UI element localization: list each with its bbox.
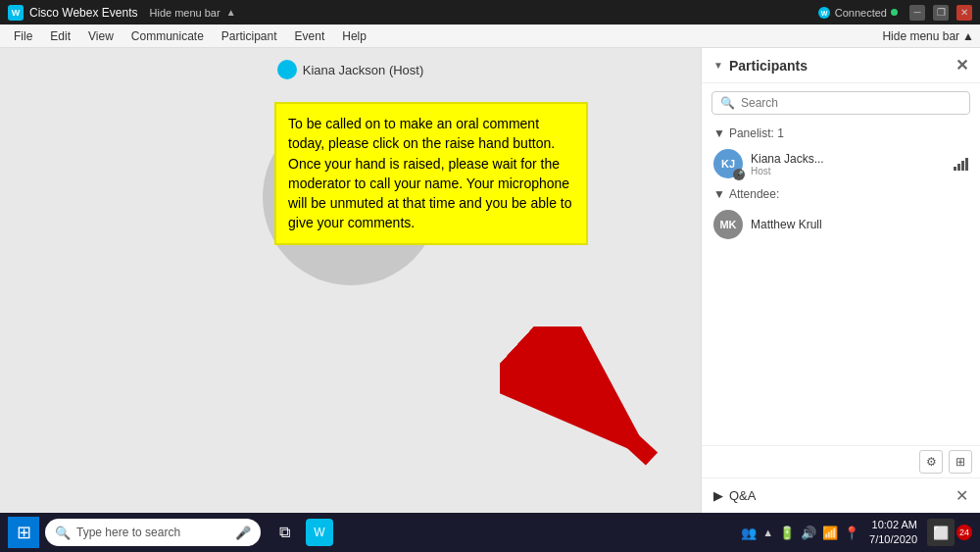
show-desktop-button[interactable]: ⬜ (927, 519, 955, 546)
panel-header: ▼ Participants ✕ (702, 48, 980, 83)
attendee-item: MK Matthew Krull (702, 205, 980, 244)
qa-chevron: ▶ (713, 488, 723, 503)
main-content: Kiana Jackson (Host) KJ To be called on … (0, 48, 980, 513)
webex-taskbar-icon[interactable]: W (306, 519, 333, 546)
close-button[interactable]: ✕ (956, 5, 972, 21)
participant-item: KJ 🎤 Kiana Jacks... Host (702, 144, 980, 183)
panel-bottom-controls: ⚙ ⊞ (702, 445, 980, 477)
annotation-box: To be called on to make an oral comment … (274, 102, 588, 245)
taskbar-search-label: Type here to search (76, 526, 180, 539)
panel-view-button[interactable]: ⊞ (949, 450, 972, 474)
app-title: Cisco Webex Events (29, 6, 138, 20)
network-icon: 👥 (741, 526, 757, 540)
connected-badge: W Connected (817, 6, 898, 20)
menu-view[interactable]: View (80, 27, 122, 45)
notification-badge: 24 (956, 525, 972, 540)
app-logo: W (8, 5, 24, 21)
task-view-button[interactable]: ⧉ (270, 519, 298, 546)
wifi-icon: 📶 (822, 526, 838, 540)
svg-line-4 (529, 346, 652, 459)
host-label: Kiana Jackson (Host) (277, 60, 424, 79)
participant-info: Kiana Jacks... Host (751, 152, 946, 176)
menu-participant[interactable]: Participant (214, 27, 285, 45)
participant-avatar: KJ 🎤 (713, 149, 743, 178)
panel-chevron-icon: ▼ (713, 60, 723, 71)
menu-bar: File Edit View Communicate Participant E… (0, 25, 980, 48)
system-tray: 👥 ▲ 🔋 🔊 📶 📍 (741, 526, 859, 540)
host-avatar-icon (277, 60, 297, 79)
connected-dot (891, 9, 898, 16)
battery-icon: 🔋 (779, 526, 795, 540)
notification-area[interactable]: ⬜ 24 (927, 519, 972, 546)
attendee-info: Matthew Krull (751, 218, 968, 231)
hide-menu-label[interactable]: Hide menu bar (150, 7, 220, 19)
minimize-button[interactable]: ─ (909, 5, 925, 21)
mic-icon: 🎤 (733, 169, 745, 180)
menu-communicate[interactable]: Communicate (123, 27, 212, 45)
menu-file[interactable]: File (6, 27, 40, 45)
panel-settings-button[interactable]: ⚙ (919, 450, 943, 474)
taskbar-search-box[interactable]: 🔍 Type here to search 🎤 (45, 519, 261, 546)
red-arrow (500, 326, 676, 483)
volume-icon: 🔊 (801, 526, 816, 540)
svg-point-2 (281, 64, 293, 75)
system-clock: 10:02 AM 7/10/2020 (869, 518, 917, 548)
svg-text:W: W (820, 10, 827, 17)
qa-close-button[interactable]: ✕ (956, 486, 968, 505)
hide-menu-chevron: ▲ (226, 7, 236, 18)
start-button[interactable]: ⊞ (8, 517, 39, 548)
menu-help[interactable]: Help (334, 27, 374, 45)
signal-icon (954, 157, 968, 171)
search-box[interactable]: 🔍 (711, 91, 970, 115)
attendee-chevron: ▼ (713, 187, 725, 201)
window-controls[interactable]: ─ ❐ ✕ (909, 5, 972, 21)
taskbar: ⊞ 🔍 Type here to search 🎤 ⧉ W 👥 ▲ 🔋 🔊 📶 … (0, 513, 980, 552)
panelist-chevron: ▼ (713, 126, 725, 140)
menu-edit[interactable]: Edit (42, 27, 78, 45)
taskbar-right: 👥 ▲ 🔋 🔊 📶 📍 10:02 AM 7/10/2020 ⬜ 24 (741, 518, 972, 548)
attendee-avatar: MK (713, 210, 743, 239)
chevron-up-icon: ▲ (962, 29, 974, 43)
taskbar-icons: ⧉ W (270, 519, 333, 546)
chevron-tray-icon: ▲ (762, 527, 773, 538)
panel-title: Participants (729, 58, 808, 74)
location-icon: 📍 (844, 526, 859, 540)
panelist-section-label: ▼ Panelist: 1 (702, 123, 980, 144)
search-icon: 🔍 (720, 96, 735, 110)
attendee-section-label: ▼ Attendee: (702, 183, 980, 205)
panel-close-button[interactable]: ✕ (956, 56, 968, 75)
panel-spacer (702, 244, 980, 445)
title-bar: W Cisco Webex Events Hide menu bar ▲ W C… (0, 0, 980, 25)
search-input[interactable] (741, 96, 961, 110)
menu-event[interactable]: Event (287, 27, 333, 45)
mic-taskbar-icon: 🎤 (235, 526, 251, 540)
qa-section[interactable]: ▶ Q&A ✕ (702, 477, 980, 513)
restore-button[interactable]: ❐ (933, 5, 949, 21)
taskbar-search-icon: 🔍 (55, 526, 71, 540)
participants-panel: ▼ Participants ✕ 🔍 ▼ Panelist: 1 KJ 🎤 Ki… (701, 48, 980, 513)
hide-menubar-button[interactable]: Hide menu bar ▲ (882, 29, 974, 43)
webex-icon: W (817, 6, 831, 20)
video-area: Kiana Jackson (Host) KJ To be called on … (0, 48, 701, 513)
qa-label: Q&A (729, 488, 756, 503)
